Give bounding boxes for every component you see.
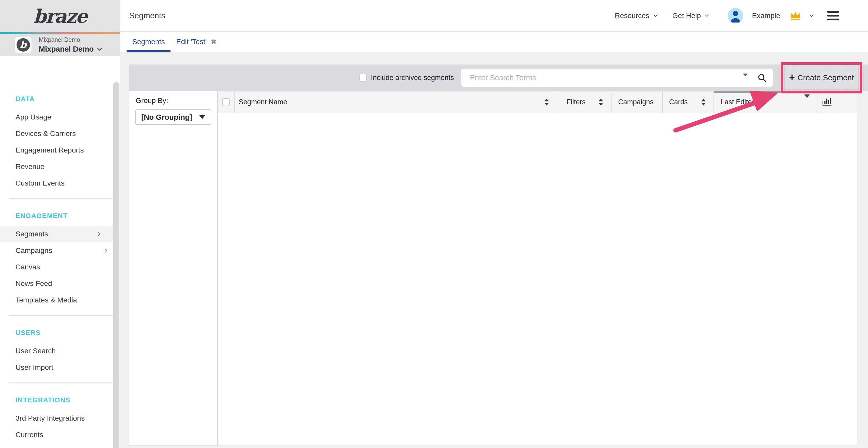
segments-table: Segment Name Filters Campaigns Cards Las… (218, 91, 857, 446)
plus-icon: + (789, 72, 795, 83)
user-menu[interactable]: Example (728, 8, 813, 24)
content-area: Include archived segments + Create Segme… (120, 53, 868, 448)
chevron-right-icon (96, 232, 100, 236)
column-header-analytics[interactable] (818, 91, 836, 113)
divider (9, 315, 113, 316)
top-nav: Resources Get Help Example (615, 8, 868, 24)
tab-segments[interactable]: Segments (127, 32, 170, 52)
section-title-integrations: INTEGRATIONS (16, 395, 120, 404)
page-title: Segments (129, 11, 165, 21)
crown-icon (789, 11, 801, 21)
caret-down-icon[interactable] (804, 98, 810, 106)
section-title-engagement: ENGAGEMENT (16, 211, 120, 220)
group-by-value: [No Grouping] (141, 113, 192, 122)
workspace-app-label: Mixpanel Demo (39, 36, 101, 43)
chevron-right-icon (103, 248, 107, 253)
search-icon[interactable] (757, 73, 767, 82)
sidebar-item-user-search[interactable]: User Search (0, 343, 120, 359)
hamburger-menu-icon[interactable] (827, 11, 839, 21)
column-header-empty (836, 91, 857, 113)
group-by-select[interactable]: [No Grouping] (135, 109, 211, 125)
sidebar-item-engagement-reports[interactable]: Engagement Reports (0, 142, 120, 159)
sidebar-scrollbar[interactable] (113, 82, 119, 448)
sidebar-item-user-import[interactable]: User Import (0, 359, 120, 376)
divider (9, 382, 113, 383)
bar-chart-icon (822, 97, 832, 108)
sidebar-item-templates-media[interactable]: Templates & Media (0, 292, 120, 308)
avatar (728, 8, 743, 24)
workspace-name: Mixpanel Demo (39, 45, 94, 54)
search-input[interactable] (461, 74, 717, 82)
group-by-label: Group By: (135, 97, 168, 105)
sidebar-item-app-usage[interactable]: App Usage (0, 109, 120, 126)
column-header-filters[interactable]: Filters (559, 91, 612, 113)
search-dropdown-caret-icon[interactable] (743, 76, 748, 81)
chevron-down-icon (810, 13, 814, 17)
user-name: Example (752, 12, 780, 20)
column-header-campaigns[interactable]: Campaigns (612, 91, 663, 113)
logo-area: braze (0, 0, 120, 32)
sidebar-nav: DATA App Usage Devices & Carriers Engage… (0, 56, 120, 443)
chevron-down-icon (705, 13, 709, 17)
include-archived-checkbox[interactable] (359, 74, 367, 81)
select-all-checkbox[interactable] (222, 98, 230, 106)
tab-edit-test[interactable]: Edit 'Test' ✖ (170, 32, 222, 52)
search-box (461, 69, 773, 87)
sidebar-item-news-feed[interactable]: News Feed (0, 275, 120, 292)
chevron-down-icon (653, 13, 657, 17)
create-segment-button[interactable]: + Create Segment (784, 66, 859, 90)
sidebar-item-campaigns[interactable]: Campaigns (0, 242, 120, 259)
workspace-app-icon-letter: b (17, 38, 30, 51)
sort-icon[interactable] (701, 99, 706, 106)
sidebar-item-revenue[interactable]: Revenue (0, 159, 120, 175)
sidebar-item-currents[interactable]: Currents (0, 426, 120, 443)
divider (9, 198, 113, 199)
sidebar: braze b Mixpanel Demo Mixpanel Demo DATA… (0, 0, 120, 448)
column-header-segment-name[interactable]: Segment Name (235, 91, 559, 113)
include-archived-label: Include archived segments (371, 74, 454, 82)
table-header-row: Segment Name Filters Campaigns Cards Las… (218, 91, 857, 113)
resources-menu[interactable]: Resources (615, 12, 657, 20)
sidebar-item-canvas[interactable]: Canvas (0, 259, 120, 275)
workspace-switcher[interactable]: b Mixpanel Demo Mixpanel Demo (0, 34, 120, 56)
sidebar-item-devices-carriers[interactable]: Devices & Carriers (0, 126, 120, 142)
top-header: Segments Resources Get Help (120, 0, 868, 32)
tab-bar: Segments Edit 'Test' ✖ (120, 32, 868, 53)
segments-toolbar: Include archived segments + Create Segme… (129, 65, 868, 91)
sidebar-item-3rd-party-integrations[interactable]: 3rd Party Integrations (0, 410, 120, 426)
braze-logo[interactable]: braze (33, 5, 87, 27)
section-title-users: USERS (16, 328, 120, 337)
annotation-highlight-box: + Create Segment (781, 62, 862, 94)
select-all-column-header (218, 91, 235, 113)
section-title-data: DATA (16, 95, 120, 103)
main-area: Segments Resources Get Help (120, 0, 868, 448)
column-header-cards[interactable]: Cards (663, 91, 714, 113)
sort-icon[interactable] (598, 99, 603, 106)
get-help-menu[interactable]: Get Help (673, 12, 709, 20)
table-body-empty (218, 113, 857, 445)
close-icon[interactable]: ✖ (211, 38, 216, 46)
sidebar-item-custom-events[interactable]: Custom Events (0, 175, 120, 192)
workspace-app-icon: b (15, 37, 32, 53)
group-by-panel: Group By: [No Grouping] (129, 91, 218, 446)
chevron-down-icon (97, 46, 102, 50)
sort-icon[interactable] (544, 99, 549, 106)
caret-down-icon (199, 115, 205, 119)
sidebar-item-segments[interactable]: Segments (0, 226, 113, 242)
column-header-last-edited[interactable]: Last Edited (714, 91, 818, 113)
